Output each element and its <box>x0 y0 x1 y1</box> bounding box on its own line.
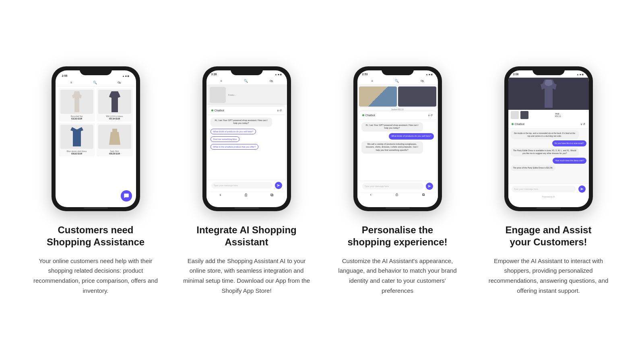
chat-controls-4: ∨ ↺ <box>580 123 586 126</box>
chat-controls-3: ∨ ↺ <box>428 114 433 117</box>
nav-icon-3: ≡ <box>371 79 373 83</box>
product-details-4: PAR... €32,11 <box>530 113 586 117</box>
chat-input-3[interactable]: Type your message here <box>362 183 423 189</box>
dress-svg-1 <box>71 91 83 112</box>
send-btn-3[interactable] <box>426 183 433 190</box>
send-icon-3 <box>428 185 431 188</box>
nav-cart-2: 🛍 <box>270 79 273 83</box>
feature-title-2: Integrate AI ShoppingAssistant <box>196 224 296 248</box>
chat-panel-3: Chatbot ∨ ↺ Hi, I am Your GPT powered sh… <box>359 111 436 192</box>
status-icons-4: ▲ ■ ◉ <box>577 73 584 76</box>
product-img-2 <box>98 90 131 114</box>
nav-btn-share[interactable]: ⎙ <box>245 193 247 197</box>
phone-mockup-2: 3:28 ▲ ■ ◉ ≡ 🔍 🛍 Featu... <box>202 66 291 211</box>
feature-description-1: Your online customers need help with the… <box>31 256 160 296</box>
bot-msg-4c: The price of the Party Eddie Dress is $3… <box>511 165 556 171</box>
nav-search-1: 🔍 <box>93 81 97 84</box>
nav-btn-share-3[interactable]: ⎙ <box>396 193 398 197</box>
suggestion-2[interactable]: Find me something blue <box>211 136 240 142</box>
chat-input-2[interactable]: Type your message here <box>211 182 272 189</box>
bot-msg-4b: The Party Eddie Dress is available in si… <box>511 148 579 156</box>
suggestion-3[interactable]: What is the smallest product that you of… <box>211 144 259 150</box>
nav-bar-1: ≡ 🔍 🛍 <box>57 79 134 86</box>
product-price-3: €59,63 EUR <box>60 152 93 155</box>
product-item-2: MW LX14 Lit dress €57,94 EUR <box>97 88 133 121</box>
online-dot-3 <box>362 114 364 116</box>
user-msg-4b: How much does the dress cost? <box>553 158 586 164</box>
chat-header-2: Chatbot ∨ ↺ <box>208 107 285 115</box>
phone-mockup-1: 2:55 ▲ ■ ◉ ≡ 🔍 🛍 <box>52 66 140 211</box>
chat-messages-4: the inside or the top, and a concealed z… <box>508 129 589 173</box>
featured-section: Featu... <box>206 85 287 105</box>
home-bar-2 <box>235 208 259 209</box>
product-img-4 <box>98 125 131 149</box>
chat-section-4: Chatbot ∨ ↺ the inside or the top, and a… <box>508 120 589 195</box>
chat-input-4[interactable]: Type your message here <box>512 186 576 192</box>
product-item-4: Sally Skirt €58,58 EUR <box>97 123 133 156</box>
feature-description-4: Empower the AI Assistant to interact wit… <box>484 256 613 296</box>
chatbot-label-2: Chatbot <box>211 109 225 112</box>
chat-overlay-2: Chatbot ∨ ↺ Hi, I am Your GPT powered sh… <box>208 107 285 191</box>
nav-cart-1: 🛍 <box>118 81 121 84</box>
send-btn-2[interactable] <box>275 182 282 189</box>
nav-bar-2: ≡ 🔍 🛍 <box>206 78 287 85</box>
send-icon-2 <box>277 184 280 187</box>
nav-icon-2: ≡ <box>220 79 222 83</box>
product-grid: Recycled Set €32,83 EUR MW LX1 <box>59 88 133 156</box>
chat-input-bar-2: Type your message here <box>208 180 285 191</box>
phone-mockup-3: 2:53 ▲ ■ ◉ ≡ 🔍 🛍 <box>353 66 442 211</box>
chat-header-3: Chatbot ∨ ↺ <box>359 111 436 120</box>
product-label-3: Jacket €32,11 <box>391 108 404 111</box>
product-gradient-3a <box>359 86 397 107</box>
chat-input-bar-4: Type your message here <box>508 183 589 195</box>
feature-card-4: 3:08 ▲ ■ ◉ PA <box>477 66 620 296</box>
featured-product-img <box>210 87 226 103</box>
nav-btn-back-3[interactable]: ‹ <box>370 193 372 197</box>
chat-greeting-2: Hi, I am Your GPT powered shop assistant… <box>211 117 272 127</box>
status-icons-3: ▲ ■ ◉ <box>426 73 433 76</box>
product-img-3 <box>60 125 93 149</box>
time-3: 2:53 <box>362 73 368 76</box>
send-btn-4[interactable] <box>578 185 586 193</box>
home-bar-4 <box>537 208 561 209</box>
nav-bar-3: ≡ 🔍 🛍 <box>357 78 438 85</box>
phone-screen-3: 2:53 ▲ ■ ◉ ≡ 🔍 🛍 <box>357 70 438 207</box>
input-placeholder-4: Type your message here <box>514 188 539 190</box>
home-bar-3 <box>386 208 410 209</box>
time-1: 2:55 <box>62 74 68 77</box>
input-placeholder-3: Type your message here <box>365 185 389 187</box>
chat-header-4: Chatbot ∨ ↺ <box>508 120 589 129</box>
product-thumb-3a <box>359 86 397 107</box>
product-thumb-3b <box>398 86 436 107</box>
feature-card-3: 2:53 ▲ ■ ◉ ≡ 🔍 🛍 <box>326 66 469 296</box>
nav-btn-tabs[interactable]: ⧉ <box>270 193 273 197</box>
product-row-3 <box>357 85 438 108</box>
bot-answer-3: We sell a variety of products including … <box>361 141 423 154</box>
feature-card-1: 2:55 ▲ ■ ◉ ≡ 🔍 🛍 <box>24 66 167 296</box>
phone-bottom-nav-2: ‹ ⎙ ⧉ <box>206 191 287 199</box>
user-question-3: What kinds of products do you sell here? <box>389 133 433 140</box>
skirt-svg-4 <box>109 129 120 145</box>
product-grid-wrapper: Recycled Set €32,83 EUR MW LX1 <box>57 86 134 158</box>
nav-search-3: 🔍 <box>395 79 399 83</box>
bot-msg-4a: the inside or the top, and a concealed z… <box>511 130 579 139</box>
feature-title-3: Personalise theshopping experience! <box>347 224 447 248</box>
product-img-1 <box>60 90 93 114</box>
time-2: 3:28 <box>211 73 217 76</box>
nav-cart-3: 🛍 <box>421 79 424 83</box>
phone-notch-1 <box>80 66 112 75</box>
input-placeholder-2: Type your message here <box>214 184 238 187</box>
chat-controls-2: ∨ ↺ <box>277 109 282 112</box>
product-price-1: €32,83 EUR <box>60 117 93 120</box>
chat-body-3: Hi, I am Your GPT powered shop assistant… <box>359 120 436 180</box>
nav-btn-back[interactable]: ‹ <box>220 193 221 197</box>
nav-btn-tabs-3[interactable]: ⧉ <box>422 193 425 197</box>
chat-fab-1[interactable] <box>121 190 132 202</box>
phone-notch-2 <box>231 66 263 75</box>
product-meta-3: Jacket €32,11 <box>357 108 438 111</box>
online-dot-4 <box>512 123 514 125</box>
suggestion-1[interactable]: What kinds of products do you sell here? <box>211 129 256 134</box>
status-icons-1: ▲ ■ ◉ <box>122 74 130 77</box>
shirt-svg-3 <box>70 127 83 146</box>
online-dot-2 <box>211 109 213 111</box>
